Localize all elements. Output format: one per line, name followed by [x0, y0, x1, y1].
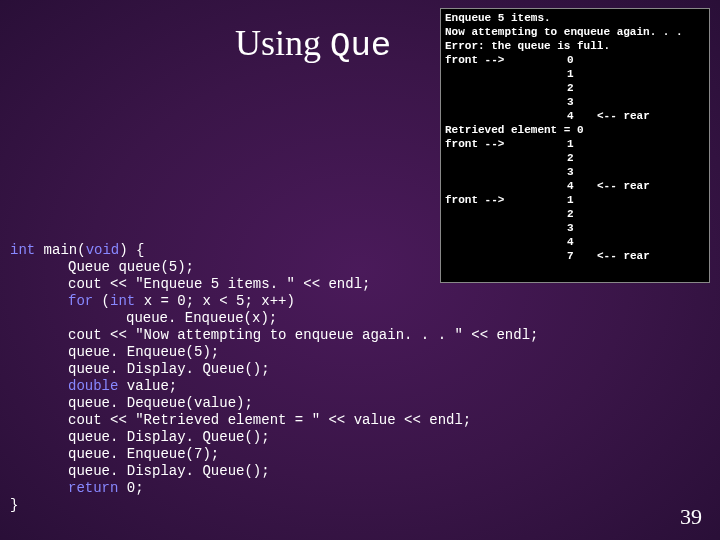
- code-line: queue. Enqueue(5);: [68, 344, 219, 360]
- kw-double: double: [68, 378, 118, 394]
- kw-for: for: [68, 293, 93, 309]
- code-block: int main(void) { Queue queue(5); cout <<…: [10, 225, 538, 514]
- console-row: 2: [445, 207, 705, 221]
- console-row: 3: [445, 95, 705, 109]
- console-left: front -->: [445, 137, 567, 151]
- console-text: Retrieved element = 0: [445, 123, 584, 137]
- console-left: [445, 165, 567, 179]
- code-line: cout << "Enqueue 5 items. " << endl;: [68, 276, 370, 292]
- title-part2: Que: [330, 27, 391, 65]
- console-mid: 2: [567, 151, 597, 165]
- console-row: 1: [445, 67, 705, 81]
- console-mid: 1: [567, 67, 597, 81]
- console-row: Now attempting to enqueue again. . .: [445, 25, 705, 39]
- console-left: [445, 95, 567, 109]
- console-row: 2: [445, 151, 705, 165]
- console-row: front -->1: [445, 137, 705, 151]
- code-line: }: [10, 497, 18, 513]
- console-mid: 3: [567, 95, 597, 109]
- kw-void: void: [86, 242, 120, 258]
- console-text: Enqueue 5 items.: [445, 11, 551, 25]
- kw-int2: int: [110, 293, 135, 309]
- console-right: <-- rear: [597, 249, 705, 263]
- code-line: Queue queue(5);: [68, 259, 194, 275]
- console-right: <-- rear: [597, 179, 705, 193]
- console-right: [597, 165, 705, 179]
- console-left: front -->: [445, 193, 567, 207]
- console-left: [445, 207, 567, 221]
- console-row: front -->1: [445, 193, 705, 207]
- console-mid: 4: [567, 109, 597, 123]
- code-line: queue. Display. Queue();: [68, 429, 270, 445]
- console-row: 4<-- rear: [445, 109, 705, 123]
- title-part1: Using: [235, 23, 330, 63]
- kw-return: return: [68, 480, 118, 496]
- console-row: 2: [445, 81, 705, 95]
- code-line: queue. Enqueue(x);: [126, 310, 277, 326]
- slide-title: Using Que: [235, 22, 391, 65]
- code-line: queue. Enqueue(7);: [68, 446, 219, 462]
- console-mid: 1: [567, 137, 597, 151]
- console-left: front -->: [445, 53, 567, 67]
- slide-number: 39: [680, 504, 702, 530]
- console-right: [597, 221, 705, 235]
- console-text: Error: the queue is full.: [445, 39, 610, 53]
- console-row: Enqueue 5 items.: [445, 11, 705, 25]
- console-right: [597, 207, 705, 221]
- console-row: Retrieved element = 0: [445, 123, 705, 137]
- console-right: [597, 137, 705, 151]
- console-right: [597, 81, 705, 95]
- console-right: [597, 95, 705, 109]
- console-mid: 0: [567, 53, 597, 67]
- console-left: [445, 151, 567, 165]
- console-mid: 7: [567, 249, 597, 263]
- console-text: Now attempting to enqueue again. . .: [445, 25, 683, 39]
- console-right: [597, 151, 705, 165]
- console-row: Error: the queue is full.: [445, 39, 705, 53]
- console-mid: 4: [567, 235, 597, 249]
- console-left: [445, 67, 567, 81]
- console-mid: 3: [567, 221, 597, 235]
- console-mid: 4: [567, 179, 597, 193]
- console-row: front -->0: [445, 53, 705, 67]
- code-line: queue. Display. Queue();: [68, 463, 270, 479]
- console-mid: 1: [567, 193, 597, 207]
- console-row: 4<-- rear: [445, 179, 705, 193]
- console-left: [445, 81, 567, 95]
- console-mid: 2: [567, 81, 597, 95]
- console-right: [597, 235, 705, 249]
- code-line: queue. Display. Queue();: [68, 361, 270, 377]
- code-line: cout << "Now attempting to enqueue again…: [68, 327, 538, 343]
- console-row: 3: [445, 165, 705, 179]
- console-right: [597, 193, 705, 207]
- console-right: <-- rear: [597, 109, 705, 123]
- console-mid: 2: [567, 207, 597, 221]
- code-line: queue. Dequeue(value);: [68, 395, 253, 411]
- kw-int: int: [10, 242, 35, 258]
- console-mid: 3: [567, 165, 597, 179]
- console-left: [445, 179, 567, 193]
- console-right: [597, 53, 705, 67]
- code-line: cout << "Retrieved element = " << value …: [68, 412, 471, 428]
- console-left: [445, 109, 567, 123]
- console-right: [597, 67, 705, 81]
